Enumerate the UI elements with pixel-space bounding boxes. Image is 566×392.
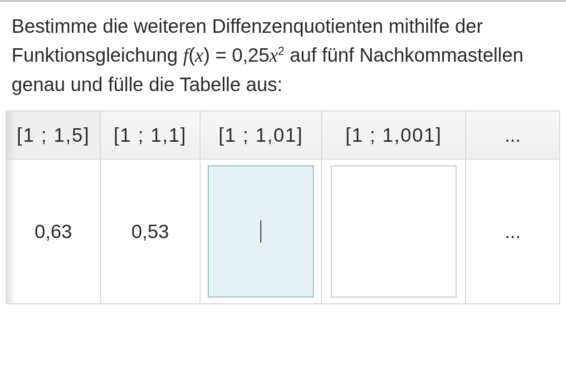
instruction-text: Bestimme die weiteren Diffenzenquotiente… — [0, 12, 566, 99]
header-interval-1: [1 ; 1,5] — [6, 111, 100, 159]
fx-close: ) = 0,25 — [203, 44, 270, 66]
table-wrap: [1 ; 1,5] [1 ; 1,1] [1 ; 1,01] [1 ; 1,00… — [0, 99, 566, 304]
fx-f: f — [183, 44, 189, 66]
header-ellipsis: ... — [466, 111, 560, 159]
fx-x: x — [195, 44, 203, 66]
cell-value-2: 0,53 — [100, 159, 200, 304]
fx-open: ( — [189, 44, 195, 66]
table-row: 0,63 0,53 ... — [6, 159, 560, 304]
cell-ellipsis: ... — [466, 159, 560, 304]
fx-x2: x — [270, 44, 278, 66]
cell-value-1: 0,63 — [6, 159, 100, 304]
exercise-container: Bestimme die weiteren Diffenzenquotiente… — [0, 0, 566, 304]
cell-input-4 — [322, 159, 465, 304]
answer-input[interactable] — [331, 165, 457, 297]
fx-exp: 2 — [278, 44, 284, 57]
header-interval-2: [1 ; 1,1] — [100, 111, 200, 159]
header-interval-4: [1 ; 1,001] — [322, 111, 465, 159]
top-divider — [0, 0, 566, 2]
difference-quotient-table: [1 ; 1,5] [1 ; 1,1] [1 ; 1,01] [1 ; 1,00… — [6, 110, 560, 304]
table-header-row: [1 ; 1,5] [1 ; 1,1] [1 ; 1,01] [1 ; 1,00… — [6, 111, 560, 159]
header-interval-3: [1 ; 1,01] — [200, 111, 322, 159]
text-cursor — [260, 220, 261, 243]
answer-input-active[interactable] — [208, 165, 314, 297]
cell-input-3 — [200, 159, 322, 304]
